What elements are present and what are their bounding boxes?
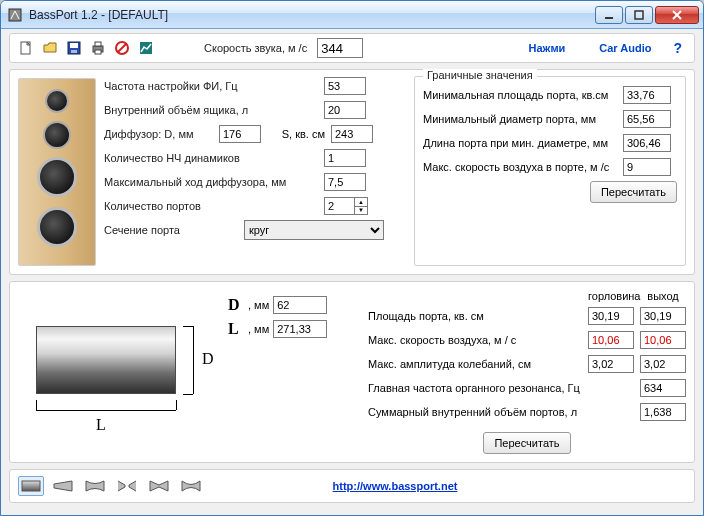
app-icon	[7, 7, 23, 23]
airspeed-exit	[640, 331, 686, 349]
diffuser-d-input[interactable]	[219, 125, 261, 143]
port-count-input[interactable]	[324, 197, 354, 215]
organ-freq-label: Главная частота органного резонанса, Гц	[368, 382, 588, 394]
airspeed-throat	[588, 331, 634, 349]
d-symbol: D	[228, 296, 246, 314]
open-file-icon[interactable]	[40, 38, 60, 58]
geometry-inputs: D , мм L , мм	[228, 290, 358, 454]
len-mindiam-label: Длина порта при мин. диаметре, мм	[423, 137, 623, 149]
save-file-icon[interactable]	[64, 38, 84, 58]
sum-vol-label: Суммарный внутренний объём портов, л	[368, 406, 588, 418]
cancel-icon[interactable]	[112, 38, 132, 58]
port-shape-buttons	[18, 476, 204, 496]
diffuser-s-output	[331, 125, 373, 143]
toolbar: Скорость звука, м /с Нажми Car Audio ?	[9, 33, 695, 63]
port-count-up[interactable]: ▲	[355, 198, 367, 207]
sum-vol	[640, 403, 686, 421]
l-unit: , мм	[248, 323, 269, 335]
results-panel: D L D , мм L , мм горловина выход	[9, 281, 695, 463]
website-link[interactable]: http://www.bassport.net	[333, 480, 458, 492]
limits-legend: Граничные значения	[423, 69, 537, 81]
svg-line-11	[118, 44, 126, 52]
len-mindiam-output	[623, 134, 671, 152]
app-window: BassPort 1.2 - [DEFAULT] Скорость звука,…	[0, 0, 704, 516]
port-diagram: D L	[18, 290, 218, 450]
max-airspeed-input[interactable]	[623, 158, 671, 176]
svg-marker-15	[150, 481, 168, 491]
min-area-label: Минимальная площадь порта, кв.см	[423, 89, 623, 101]
tuning-freq-label: Частота настройки ФИ, Гц	[104, 80, 324, 92]
input-params: Частота настройки ФИ, Гц Внутренний объё…	[104, 76, 406, 266]
press-link[interactable]: Нажми	[529, 42, 566, 54]
tuning-freq-input[interactable]	[324, 77, 366, 95]
window-title: BassPort 1.2 - [DEFAULT]	[29, 8, 595, 22]
chart-icon[interactable]	[136, 38, 156, 58]
xmax-input[interactable]	[324, 173, 366, 191]
soundspeed-label: Скорость звука, м /с	[204, 42, 307, 54]
recalc-results-button[interactable]: Пересчитать	[483, 432, 570, 454]
diagram-d-label: D	[202, 350, 214, 368]
amplitude-label: Макс. амплитуда колебаний, см	[368, 358, 588, 370]
car-audio-link[interactable]: Car Audio	[599, 42, 651, 54]
port-count-label: Количество портов	[104, 200, 324, 212]
col-exit-header: выход	[640, 290, 686, 302]
area-throat	[588, 307, 634, 325]
port-section-label: Сечение порта	[104, 224, 244, 236]
diffuser-s-label: S, кв. см	[267, 128, 325, 140]
port-area-label: Площадь порта, кв. см	[368, 310, 588, 322]
diffuser-d-label: Диффузор: D, мм	[104, 128, 219, 140]
int-volume-label: Внутренний объём ящика, л	[104, 104, 324, 116]
shape-flare[interactable]	[82, 476, 108, 496]
shape-hourglass2[interactable]	[146, 476, 172, 496]
titlebar[interactable]: BassPort 1.2 - [DEFAULT]	[1, 1, 703, 29]
window-controls	[595, 6, 699, 24]
footer-bar: http://www.bassport.net	[9, 469, 695, 503]
speaker-image	[18, 78, 96, 266]
min-area-output	[623, 86, 671, 104]
area-exit	[640, 307, 686, 325]
shape-cylinder[interactable]	[18, 476, 44, 496]
minimize-button[interactable]	[595, 6, 623, 24]
svg-rect-13	[22, 481, 40, 491]
svg-rect-2	[635, 11, 643, 19]
shape-hourglass1[interactable]	[114, 476, 140, 496]
maximize-button[interactable]	[625, 6, 653, 24]
l-output	[273, 320, 327, 338]
svg-marker-14	[54, 481, 72, 491]
shape-cone[interactable]	[50, 476, 76, 496]
new-file-icon[interactable]	[16, 38, 36, 58]
l-symbol: L	[228, 320, 246, 338]
print-icon[interactable]	[88, 38, 108, 58]
int-volume-input[interactable]	[324, 101, 366, 119]
woofer-count-input[interactable]	[324, 149, 366, 167]
content-area: Скорость звука, м /с Нажми Car Audio ? Ч…	[1, 29, 703, 515]
d-input[interactable]	[273, 296, 327, 314]
result-airspeed-label: Макс. скорость воздуха, м / с	[368, 334, 588, 346]
results-grid: горловина выход Площадь порта, кв. см Ма…	[368, 290, 686, 454]
svg-rect-9	[95, 50, 101, 54]
amp-throat	[588, 355, 634, 373]
parameters-panel: Частота настройки ФИ, Гц Внутренний объё…	[9, 69, 695, 275]
soundspeed-input[interactable]	[317, 38, 363, 58]
organ-freq	[640, 379, 686, 397]
close-button[interactable]	[655, 6, 699, 24]
port-count-down[interactable]: ▼	[355, 207, 367, 215]
recalc-limits-button[interactable]: Пересчитать	[590, 181, 677, 203]
min-diam-output	[623, 110, 671, 128]
d-unit: , мм	[248, 299, 269, 311]
xmax-label: Максимальный ход диффузора, мм	[104, 176, 324, 188]
min-diam-label: Минимальный диаметр порта, мм	[423, 113, 623, 125]
svg-rect-6	[71, 50, 77, 53]
limits-fieldset: Граничные значения Минимальная площадь п…	[414, 76, 686, 266]
help-icon[interactable]: ?	[673, 40, 682, 56]
col-throat-header: горловина	[588, 290, 634, 302]
port-section-select[interactable]: круг	[244, 220, 384, 240]
shape-hourglass3[interactable]	[178, 476, 204, 496]
woofer-count-label: Количество НЧ динамиков	[104, 152, 324, 164]
svg-rect-8	[95, 42, 101, 46]
diagram-l-label: L	[96, 416, 106, 434]
amp-exit	[640, 355, 686, 373]
max-airspeed-label: Макс. скорость воздуха в порте, м /с	[423, 161, 623, 173]
svg-rect-5	[70, 43, 78, 48]
